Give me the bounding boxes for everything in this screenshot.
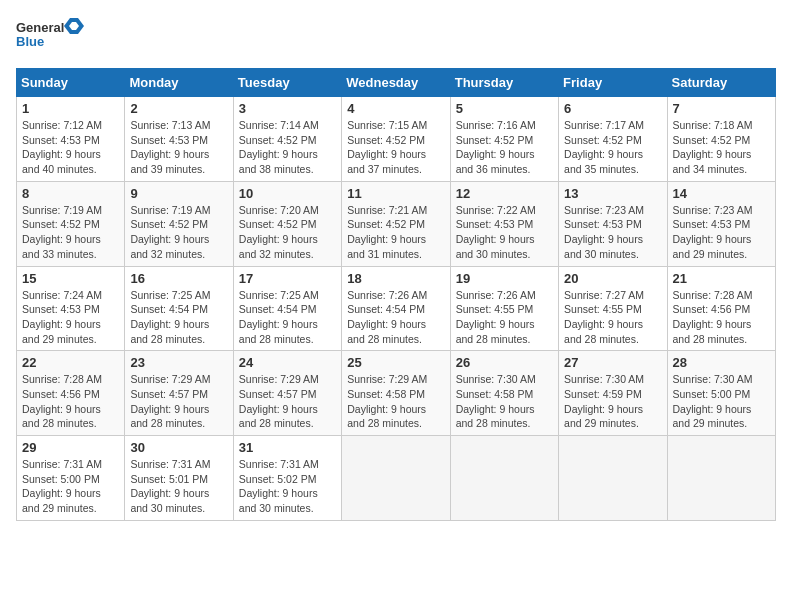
day-cell: 15Sunrise: 7:24 AMSunset: 4:53 PMDayligh…	[17, 266, 125, 351]
day-cell: 23Sunrise: 7:29 AMSunset: 4:57 PMDayligh…	[125, 351, 233, 436]
day-number: 16	[130, 271, 227, 286]
day-cell: 17Sunrise: 7:25 AMSunset: 4:54 PMDayligh…	[233, 266, 341, 351]
col-header-monday: Monday	[125, 69, 233, 97]
day-number: 12	[456, 186, 553, 201]
day-info: Sunrise: 7:13 AMSunset: 4:53 PMDaylight:…	[130, 118, 227, 177]
day-number: 28	[673, 355, 770, 370]
col-header-saturday: Saturday	[667, 69, 775, 97]
day-info: Sunrise: 7:19 AMSunset: 4:52 PMDaylight:…	[130, 203, 227, 262]
day-cell	[342, 436, 450, 521]
day-info: Sunrise: 7:21 AMSunset: 4:52 PMDaylight:…	[347, 203, 444, 262]
col-header-friday: Friday	[559, 69, 667, 97]
day-info: Sunrise: 7:22 AMSunset: 4:53 PMDaylight:…	[456, 203, 553, 262]
day-cell: 31Sunrise: 7:31 AMSunset: 5:02 PMDayligh…	[233, 436, 341, 521]
day-info: Sunrise: 7:30 AMSunset: 4:59 PMDaylight:…	[564, 372, 661, 431]
day-cell: 1Sunrise: 7:12 AMSunset: 4:53 PMDaylight…	[17, 97, 125, 182]
col-header-wednesday: Wednesday	[342, 69, 450, 97]
day-number: 7	[673, 101, 770, 116]
day-number: 27	[564, 355, 661, 370]
day-number: 10	[239, 186, 336, 201]
day-info: Sunrise: 7:17 AMSunset: 4:52 PMDaylight:…	[564, 118, 661, 177]
day-cell: 30Sunrise: 7:31 AMSunset: 5:01 PMDayligh…	[125, 436, 233, 521]
day-number: 3	[239, 101, 336, 116]
day-cell: 20Sunrise: 7:27 AMSunset: 4:55 PMDayligh…	[559, 266, 667, 351]
day-info: Sunrise: 7:30 AMSunset: 4:58 PMDaylight:…	[456, 372, 553, 431]
day-cell	[559, 436, 667, 521]
day-number: 31	[239, 440, 336, 455]
day-number: 8	[22, 186, 119, 201]
week-row-4: 22Sunrise: 7:28 AMSunset: 4:56 PMDayligh…	[17, 351, 776, 436]
day-info: Sunrise: 7:18 AMSunset: 4:52 PMDaylight:…	[673, 118, 770, 177]
day-cell: 27Sunrise: 7:30 AMSunset: 4:59 PMDayligh…	[559, 351, 667, 436]
day-number: 21	[673, 271, 770, 286]
day-info: Sunrise: 7:25 AMSunset: 4:54 PMDaylight:…	[130, 288, 227, 347]
day-number: 19	[456, 271, 553, 286]
day-number: 25	[347, 355, 444, 370]
calendar-table: SundayMondayTuesdayWednesdayThursdayFrid…	[16, 68, 776, 521]
day-cell: 16Sunrise: 7:25 AMSunset: 4:54 PMDayligh…	[125, 266, 233, 351]
day-number: 6	[564, 101, 661, 116]
day-number: 20	[564, 271, 661, 286]
day-number: 11	[347, 186, 444, 201]
day-cell: 21Sunrise: 7:28 AMSunset: 4:56 PMDayligh…	[667, 266, 775, 351]
day-number: 2	[130, 101, 227, 116]
day-info: Sunrise: 7:23 AMSunset: 4:53 PMDaylight:…	[673, 203, 770, 262]
week-row-1: 1Sunrise: 7:12 AMSunset: 4:53 PMDaylight…	[17, 97, 776, 182]
calendar-header: SundayMondayTuesdayWednesdayThursdayFrid…	[17, 69, 776, 97]
day-number: 4	[347, 101, 444, 116]
svg-text:Blue: Blue	[16, 34, 44, 49]
day-cell: 22Sunrise: 7:28 AMSunset: 4:56 PMDayligh…	[17, 351, 125, 436]
day-cell	[667, 436, 775, 521]
day-number: 26	[456, 355, 553, 370]
day-cell: 3Sunrise: 7:14 AMSunset: 4:52 PMDaylight…	[233, 97, 341, 182]
day-info: Sunrise: 7:16 AMSunset: 4:52 PMDaylight:…	[456, 118, 553, 177]
day-cell: 9Sunrise: 7:19 AMSunset: 4:52 PMDaylight…	[125, 181, 233, 266]
day-info: Sunrise: 7:24 AMSunset: 4:53 PMDaylight:…	[22, 288, 119, 347]
week-row-2: 8Sunrise: 7:19 AMSunset: 4:52 PMDaylight…	[17, 181, 776, 266]
day-cell: 26Sunrise: 7:30 AMSunset: 4:58 PMDayligh…	[450, 351, 558, 436]
day-number: 23	[130, 355, 227, 370]
day-cell: 5Sunrise: 7:16 AMSunset: 4:52 PMDaylight…	[450, 97, 558, 182]
day-cell: 10Sunrise: 7:20 AMSunset: 4:52 PMDayligh…	[233, 181, 341, 266]
day-number: 22	[22, 355, 119, 370]
day-cell: 25Sunrise: 7:29 AMSunset: 4:58 PMDayligh…	[342, 351, 450, 436]
day-info: Sunrise: 7:27 AMSunset: 4:55 PMDaylight:…	[564, 288, 661, 347]
day-cell: 13Sunrise: 7:23 AMSunset: 4:53 PMDayligh…	[559, 181, 667, 266]
day-cell: 28Sunrise: 7:30 AMSunset: 5:00 PMDayligh…	[667, 351, 775, 436]
col-header-sunday: Sunday	[17, 69, 125, 97]
day-info: Sunrise: 7:23 AMSunset: 4:53 PMDaylight:…	[564, 203, 661, 262]
day-cell: 14Sunrise: 7:23 AMSunset: 4:53 PMDayligh…	[667, 181, 775, 266]
logo-icon: General Blue	[16, 16, 86, 58]
day-info: Sunrise: 7:26 AMSunset: 4:54 PMDaylight:…	[347, 288, 444, 347]
col-header-tuesday: Tuesday	[233, 69, 341, 97]
day-number: 29	[22, 440, 119, 455]
col-header-thursday: Thursday	[450, 69, 558, 97]
day-number: 14	[673, 186, 770, 201]
day-cell: 12Sunrise: 7:22 AMSunset: 4:53 PMDayligh…	[450, 181, 558, 266]
day-cell: 6Sunrise: 7:17 AMSunset: 4:52 PMDaylight…	[559, 97, 667, 182]
day-number: 9	[130, 186, 227, 201]
day-info: Sunrise: 7:25 AMSunset: 4:54 PMDaylight:…	[239, 288, 336, 347]
day-number: 24	[239, 355, 336, 370]
day-info: Sunrise: 7:26 AMSunset: 4:55 PMDaylight:…	[456, 288, 553, 347]
day-number: 17	[239, 271, 336, 286]
day-info: Sunrise: 7:28 AMSunset: 4:56 PMDaylight:…	[22, 372, 119, 431]
day-info: Sunrise: 7:12 AMSunset: 4:53 PMDaylight:…	[22, 118, 119, 177]
day-cell: 18Sunrise: 7:26 AMSunset: 4:54 PMDayligh…	[342, 266, 450, 351]
day-cell: 29Sunrise: 7:31 AMSunset: 5:00 PMDayligh…	[17, 436, 125, 521]
day-info: Sunrise: 7:14 AMSunset: 4:52 PMDaylight:…	[239, 118, 336, 177]
day-info: Sunrise: 7:31 AMSunset: 5:00 PMDaylight:…	[22, 457, 119, 516]
day-cell: 24Sunrise: 7:29 AMSunset: 4:57 PMDayligh…	[233, 351, 341, 436]
day-cell: 2Sunrise: 7:13 AMSunset: 4:53 PMDaylight…	[125, 97, 233, 182]
day-cell: 4Sunrise: 7:15 AMSunset: 4:52 PMDaylight…	[342, 97, 450, 182]
day-info: Sunrise: 7:20 AMSunset: 4:52 PMDaylight:…	[239, 203, 336, 262]
day-cell: 11Sunrise: 7:21 AMSunset: 4:52 PMDayligh…	[342, 181, 450, 266]
day-cell	[450, 436, 558, 521]
day-info: Sunrise: 7:31 AMSunset: 5:01 PMDaylight:…	[130, 457, 227, 516]
day-info: Sunrise: 7:19 AMSunset: 4:52 PMDaylight:…	[22, 203, 119, 262]
day-info: Sunrise: 7:29 AMSunset: 4:58 PMDaylight:…	[347, 372, 444, 431]
week-row-5: 29Sunrise: 7:31 AMSunset: 5:00 PMDayligh…	[17, 436, 776, 521]
day-info: Sunrise: 7:28 AMSunset: 4:56 PMDaylight:…	[673, 288, 770, 347]
svg-text:General: General	[16, 20, 64, 35]
day-number: 15	[22, 271, 119, 286]
